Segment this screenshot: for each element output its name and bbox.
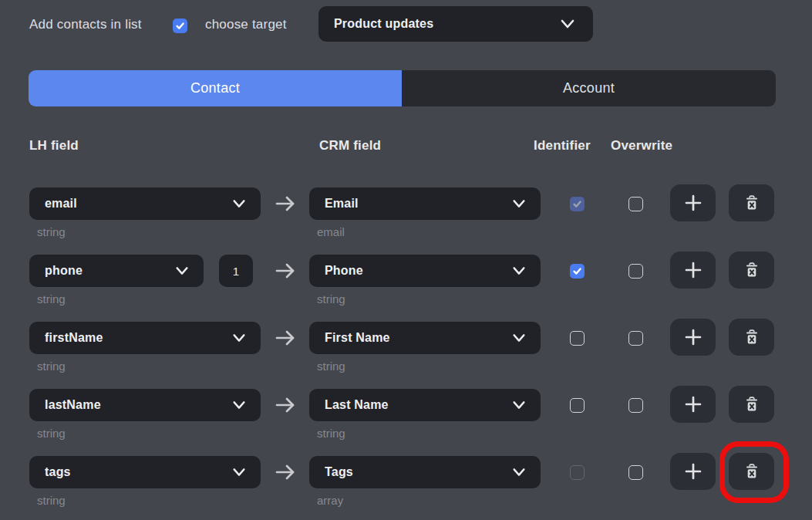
- add-mapping-button[interactable]: [670, 386, 716, 423]
- lh-field-type: string: [37, 292, 66, 306]
- add-mapping-button[interactable]: [670, 453, 716, 490]
- add-mapping-button[interactable]: [670, 319, 716, 356]
- overwrite-checkbox[interactable]: [628, 197, 643, 211]
- tab-contact[interactable]: Contact: [29, 70, 402, 106]
- trash-icon: [743, 194, 761, 212]
- delete-mapping-button[interactable]: [729, 184, 774, 221]
- check-icon: [175, 21, 185, 31]
- lh-field-type: string: [37, 494, 66, 507]
- chevron-down-icon: [510, 330, 528, 346]
- identifier-checkbox[interactable]: [570, 398, 585, 413]
- add-contacts-checkbox[interactable]: [173, 19, 187, 33]
- column-header-overwrite: Overwrite: [611, 138, 672, 154]
- overwrite-checkbox[interactable]: [628, 465, 643, 480]
- lh-field-value: firstName: [45, 331, 230, 345]
- add-mapping-button[interactable]: [670, 184, 716, 221]
- chevron-down-icon: [510, 196, 528, 211]
- check-icon: [572, 266, 582, 276]
- delete-mapping-button[interactable]: [729, 453, 774, 490]
- column-header-lh-field: LH field: [29, 138, 79, 154]
- crm-field-type: array: [317, 494, 343, 507]
- check-icon: [572, 199, 582, 209]
- entity-tabbar: Contact Account: [29, 70, 776, 106]
- lh-field-value: lastName: [45, 398, 230, 412]
- order-input[interactable]: 1: [219, 255, 253, 287]
- chevron-down-icon: [510, 397, 528, 413]
- arrow-right-icon: [271, 395, 299, 415]
- chevron-down-icon: [173, 263, 191, 279]
- lh-field-type: string: [37, 427, 66, 440]
- crm-field-select[interactable]: Email: [309, 187, 541, 220]
- identifier-checkbox[interactable]: [570, 264, 585, 279]
- crm-field-value: First Name: [325, 331, 510, 345]
- identifier-checkbox[interactable]: [570, 197, 585, 211]
- overwrite-checkbox[interactable]: [628, 331, 643, 346]
- column-header-identifier: Identifier: [534, 138, 591, 154]
- crm-field-type: string: [317, 292, 345, 306]
- target-list-value: Product updates: [334, 17, 558, 31]
- mapping-row: firstName string First Name string: [0, 322, 812, 389]
- lh-field-value: phone: [45, 264, 173, 278]
- lh-field-select[interactable]: lastName: [29, 389, 261, 421]
- delete-mapping-button[interactable]: [729, 319, 774, 356]
- column-header-crm-field: CRM field: [319, 138, 381, 154]
- chevron-down-icon: [230, 330, 248, 346]
- target-list-select[interactable]: Product updates: [318, 6, 593, 42]
- crm-field-type: string: [317, 427, 345, 440]
- crm-field-select[interactable]: Tags: [309, 456, 541, 488]
- crm-field-type: string: [317, 360, 345, 373]
- chevron-down-icon: [230, 464, 248, 480]
- lh-field-select[interactable]: phone: [29, 255, 204, 287]
- crm-field-type: email: [317, 225, 345, 238]
- crm-field-select[interactable]: Phone: [309, 255, 541, 287]
- add-mapping-button[interactable]: [670, 252, 716, 289]
- delete-mapping-button[interactable]: [729, 252, 774, 289]
- arrow-right-icon: [271, 328, 299, 348]
- chevron-down-icon: [510, 464, 528, 480]
- choose-target-label: choose target: [205, 17, 287, 32]
- crm-field-value: Tags: [325, 465, 510, 479]
- lh-field-select[interactable]: email: [29, 187, 261, 220]
- plus-icon: [683, 461, 703, 481]
- mapping-row: phone 1 string Phone string: [0, 255, 812, 322]
- plus-icon: [683, 394, 703, 414]
- plus-icon: [683, 260, 703, 280]
- crm-field-select[interactable]: Last Name: [309, 389, 541, 421]
- mapping-row: email string Email email: [0, 187, 812, 255]
- crm-field-value: Last Name: [325, 398, 510, 412]
- tab-account[interactable]: Account: [402, 70, 776, 106]
- lh-field-type: string: [37, 225, 66, 238]
- arrow-right-icon: [271, 462, 299, 482]
- plus-icon: [683, 327, 703, 347]
- delete-mapping-button[interactable]: [729, 386, 774, 423]
- chevron-down-icon: [510, 263, 528, 279]
- identifier-checkbox[interactable]: [570, 331, 585, 346]
- crm-field-select[interactable]: First Name: [309, 322, 541, 354]
- mapping-row: lastName string Last Name string: [0, 389, 812, 456]
- arrow-right-icon: [271, 194, 299, 214]
- crm-field-value: Phone: [325, 264, 510, 278]
- arrow-right-icon: [271, 261, 299, 281]
- trash-icon: [743, 328, 761, 346]
- chevron-down-icon: [558, 15, 578, 32]
- overwrite-checkbox[interactable]: [628, 264, 643, 279]
- lh-field-type: string: [37, 360, 66, 373]
- lh-field-select[interactable]: tags: [29, 456, 261, 488]
- lh-field-value: email: [45, 197, 230, 211]
- mapping-row: tags string Tags array: [0, 456, 812, 520]
- lh-field-select[interactable]: firstName: [29, 322, 261, 354]
- chevron-down-icon: [230, 196, 248, 211]
- trash-icon: [743, 462, 761, 481]
- crm-field-value: Email: [325, 197, 510, 211]
- trash-icon: [743, 261, 761, 279]
- plus-icon: [683, 193, 703, 213]
- chevron-down-icon: [230, 397, 248, 413]
- trash-icon: [743, 395, 761, 414]
- identifier-checkbox[interactable]: [570, 465, 585, 480]
- add-contacts-label: Add contacts in list: [29, 17, 142, 32]
- lh-field-value: tags: [45, 465, 230, 479]
- overwrite-checkbox[interactable]: [628, 398, 643, 413]
